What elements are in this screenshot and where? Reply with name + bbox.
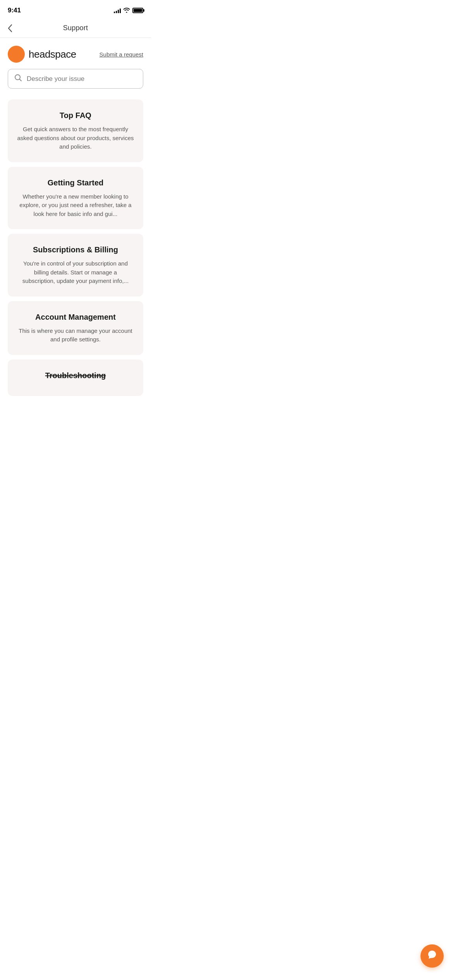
search-icon bbox=[14, 74, 22, 84]
battery-icon bbox=[132, 8, 143, 13]
faq-card-desc-account-management: This is where you can manage your accoun… bbox=[17, 327, 134, 344]
page-title: Support bbox=[63, 24, 88, 32]
faq-card-desc-subscriptions-billing: You're in control of your subscription a… bbox=[17, 259, 134, 286]
headspace-logo-circle bbox=[8, 46, 25, 63]
status-bar: 9:41 bbox=[0, 0, 151, 19]
faq-card-getting-started[interactable]: Getting Started Whether you're a new mem… bbox=[8, 167, 143, 230]
faq-card-title-top-faq: Top FAQ bbox=[17, 110, 134, 120]
search-box[interactable] bbox=[8, 69, 143, 89]
faq-card-troubleshooting[interactable]: Troubleshooting bbox=[8, 360, 143, 396]
faq-card-top-faq[interactable]: Top FAQ Get quick answers to the most fr… bbox=[8, 99, 143, 162]
logo-area: headspace bbox=[8, 46, 76, 63]
headspace-logo-text: headspace bbox=[29, 48, 76, 60]
status-time: 9:41 bbox=[8, 7, 21, 14]
faq-card-desc-getting-started: Whether you're a new member looking to e… bbox=[17, 192, 134, 219]
status-icons bbox=[114, 7, 143, 14]
search-container bbox=[0, 69, 151, 96]
submit-request-button[interactable]: Submit a request bbox=[100, 51, 143, 58]
faq-card-title-account-management: Account Management bbox=[17, 312, 134, 322]
header-section: headspace Submit a request bbox=[0, 38, 151, 69]
content-area: headspace Submit a request Top FAQ Get q… bbox=[0, 38, 151, 399]
nav-bar: Support bbox=[0, 19, 151, 38]
faq-card-subscriptions-billing[interactable]: Subscriptions & Billing You're in contro… bbox=[8, 234, 143, 296]
faq-card-title-subscriptions-billing: Subscriptions & Billing bbox=[17, 245, 134, 255]
faq-card-account-management[interactable]: Account Management This is where you can… bbox=[8, 301, 143, 355]
search-input[interactable] bbox=[27, 75, 137, 83]
cards-container: Top FAQ Get quick answers to the most fr… bbox=[0, 96, 151, 399]
signal-icon bbox=[114, 8, 121, 13]
wifi-icon bbox=[123, 7, 130, 14]
faq-card-desc-top-faq: Get quick answers to the most frequently… bbox=[17, 125, 134, 151]
back-button[interactable] bbox=[8, 24, 12, 33]
faq-card-title-getting-started: Getting Started bbox=[17, 178, 134, 188]
faq-card-title-troubleshooting: Troubleshooting bbox=[17, 370, 134, 380]
